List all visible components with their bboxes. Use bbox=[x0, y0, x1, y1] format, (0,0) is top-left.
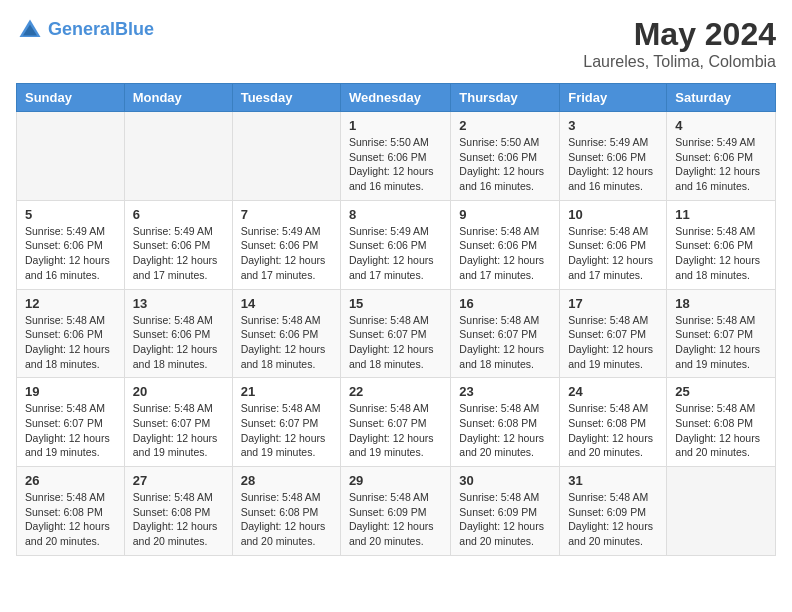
day-info: Sunrise: 5:49 AM Sunset: 6:06 PM Dayligh… bbox=[133, 224, 224, 283]
weekday-header-tuesday: Tuesday bbox=[232, 84, 340, 112]
calendar-cell: 7Sunrise: 5:49 AM Sunset: 6:06 PM Daylig… bbox=[232, 200, 340, 289]
day-number: 22 bbox=[349, 384, 442, 399]
day-number: 11 bbox=[675, 207, 767, 222]
calendar-cell bbox=[17, 112, 125, 201]
day-info: Sunrise: 5:48 AM Sunset: 6:07 PM Dayligh… bbox=[459, 313, 551, 372]
day-info: Sunrise: 5:48 AM Sunset: 6:06 PM Dayligh… bbox=[133, 313, 224, 372]
day-info: Sunrise: 5:48 AM Sunset: 6:06 PM Dayligh… bbox=[675, 224, 767, 283]
subtitle: Laureles, Tolima, Colombia bbox=[583, 53, 776, 71]
weekday-header-friday: Friday bbox=[560, 84, 667, 112]
day-number: 31 bbox=[568, 473, 658, 488]
calendar-cell: 3Sunrise: 5:49 AM Sunset: 6:06 PM Daylig… bbox=[560, 112, 667, 201]
calendar-cell: 19Sunrise: 5:48 AM Sunset: 6:07 PM Dayli… bbox=[17, 378, 125, 467]
calendar-cell: 18Sunrise: 5:48 AM Sunset: 6:07 PM Dayli… bbox=[667, 289, 776, 378]
day-info: Sunrise: 5:48 AM Sunset: 6:08 PM Dayligh… bbox=[459, 401, 551, 460]
weekday-header-monday: Monday bbox=[124, 84, 232, 112]
day-number: 13 bbox=[133, 296, 224, 311]
week-row-3: 12Sunrise: 5:48 AM Sunset: 6:06 PM Dayli… bbox=[17, 289, 776, 378]
day-number: 23 bbox=[459, 384, 551, 399]
day-number: 24 bbox=[568, 384, 658, 399]
day-number: 15 bbox=[349, 296, 442, 311]
calendar-cell: 30Sunrise: 5:48 AM Sunset: 6:09 PM Dayli… bbox=[451, 467, 560, 556]
calendar-cell: 24Sunrise: 5:48 AM Sunset: 6:08 PM Dayli… bbox=[560, 378, 667, 467]
logo-line1: General bbox=[48, 19, 115, 39]
day-number: 3 bbox=[568, 118, 658, 133]
calendar-cell: 2Sunrise: 5:50 AM Sunset: 6:06 PM Daylig… bbox=[451, 112, 560, 201]
calendar-cell: 26Sunrise: 5:48 AM Sunset: 6:08 PM Dayli… bbox=[17, 467, 125, 556]
day-info: Sunrise: 5:48 AM Sunset: 6:06 PM Dayligh… bbox=[459, 224, 551, 283]
day-number: 27 bbox=[133, 473, 224, 488]
day-number: 28 bbox=[241, 473, 332, 488]
day-number: 17 bbox=[568, 296, 658, 311]
calendar-cell: 11Sunrise: 5:48 AM Sunset: 6:06 PM Dayli… bbox=[667, 200, 776, 289]
calendar-cell bbox=[232, 112, 340, 201]
day-info: Sunrise: 5:48 AM Sunset: 6:07 PM Dayligh… bbox=[349, 313, 442, 372]
week-row-5: 26Sunrise: 5:48 AM Sunset: 6:08 PM Dayli… bbox=[17, 467, 776, 556]
day-info: Sunrise: 5:49 AM Sunset: 6:06 PM Dayligh… bbox=[241, 224, 332, 283]
day-info: Sunrise: 5:48 AM Sunset: 6:08 PM Dayligh… bbox=[133, 490, 224, 549]
logo-text: GeneralBlue bbox=[48, 20, 154, 40]
day-number: 9 bbox=[459, 207, 551, 222]
day-number: 14 bbox=[241, 296, 332, 311]
day-info: Sunrise: 5:48 AM Sunset: 6:08 PM Dayligh… bbox=[25, 490, 116, 549]
day-number: 1 bbox=[349, 118, 442, 133]
logo-icon bbox=[16, 16, 44, 44]
calendar-cell: 29Sunrise: 5:48 AM Sunset: 6:09 PM Dayli… bbox=[340, 467, 450, 556]
day-info: Sunrise: 5:48 AM Sunset: 6:08 PM Dayligh… bbox=[675, 401, 767, 460]
calendar-cell: 23Sunrise: 5:48 AM Sunset: 6:08 PM Dayli… bbox=[451, 378, 560, 467]
day-number: 20 bbox=[133, 384, 224, 399]
calendar-cell: 27Sunrise: 5:48 AM Sunset: 6:08 PM Dayli… bbox=[124, 467, 232, 556]
day-info: Sunrise: 5:49 AM Sunset: 6:06 PM Dayligh… bbox=[349, 224, 442, 283]
calendar-cell: 9Sunrise: 5:48 AM Sunset: 6:06 PM Daylig… bbox=[451, 200, 560, 289]
day-number: 6 bbox=[133, 207, 224, 222]
weekday-header-row: SundayMondayTuesdayWednesdayThursdayFrid… bbox=[17, 84, 776, 112]
calendar-cell: 16Sunrise: 5:48 AM Sunset: 6:07 PM Dayli… bbox=[451, 289, 560, 378]
day-number: 25 bbox=[675, 384, 767, 399]
week-row-1: 1Sunrise: 5:50 AM Sunset: 6:06 PM Daylig… bbox=[17, 112, 776, 201]
main-title: May 2024 bbox=[583, 16, 776, 53]
day-number: 12 bbox=[25, 296, 116, 311]
day-info: Sunrise: 5:50 AM Sunset: 6:06 PM Dayligh… bbox=[349, 135, 442, 194]
day-info: Sunrise: 5:48 AM Sunset: 6:07 PM Dayligh… bbox=[25, 401, 116, 460]
page-header: GeneralBlue May 2024 Laureles, Tolima, C… bbox=[16, 16, 776, 71]
calendar-cell bbox=[667, 467, 776, 556]
day-info: Sunrise: 5:48 AM Sunset: 6:07 PM Dayligh… bbox=[133, 401, 224, 460]
calendar-cell: 14Sunrise: 5:48 AM Sunset: 6:06 PM Dayli… bbox=[232, 289, 340, 378]
calendar-cell: 8Sunrise: 5:49 AM Sunset: 6:06 PM Daylig… bbox=[340, 200, 450, 289]
weekday-header-wednesday: Wednesday bbox=[340, 84, 450, 112]
calendar-cell bbox=[124, 112, 232, 201]
day-number: 16 bbox=[459, 296, 551, 311]
day-info: Sunrise: 5:48 AM Sunset: 6:09 PM Dayligh… bbox=[568, 490, 658, 549]
calendar-cell: 28Sunrise: 5:48 AM Sunset: 6:08 PM Dayli… bbox=[232, 467, 340, 556]
day-info: Sunrise: 5:48 AM Sunset: 6:07 PM Dayligh… bbox=[675, 313, 767, 372]
day-number: 19 bbox=[25, 384, 116, 399]
day-info: Sunrise: 5:48 AM Sunset: 6:07 PM Dayligh… bbox=[568, 313, 658, 372]
calendar-cell: 4Sunrise: 5:49 AM Sunset: 6:06 PM Daylig… bbox=[667, 112, 776, 201]
day-info: Sunrise: 5:48 AM Sunset: 6:06 PM Dayligh… bbox=[241, 313, 332, 372]
week-row-4: 19Sunrise: 5:48 AM Sunset: 6:07 PM Dayli… bbox=[17, 378, 776, 467]
week-row-2: 5Sunrise: 5:49 AM Sunset: 6:06 PM Daylig… bbox=[17, 200, 776, 289]
calendar-cell: 17Sunrise: 5:48 AM Sunset: 6:07 PM Dayli… bbox=[560, 289, 667, 378]
calendar-table: SundayMondayTuesdayWednesdayThursdayFrid… bbox=[16, 83, 776, 556]
calendar-cell: 22Sunrise: 5:48 AM Sunset: 6:07 PM Dayli… bbox=[340, 378, 450, 467]
day-number: 21 bbox=[241, 384, 332, 399]
day-info: Sunrise: 5:49 AM Sunset: 6:06 PM Dayligh… bbox=[675, 135, 767, 194]
calendar-cell: 5Sunrise: 5:49 AM Sunset: 6:06 PM Daylig… bbox=[17, 200, 125, 289]
calendar-cell: 1Sunrise: 5:50 AM Sunset: 6:06 PM Daylig… bbox=[340, 112, 450, 201]
day-number: 7 bbox=[241, 207, 332, 222]
day-number: 10 bbox=[568, 207, 658, 222]
day-info: Sunrise: 5:48 AM Sunset: 6:07 PM Dayligh… bbox=[349, 401, 442, 460]
calendar-cell: 12Sunrise: 5:48 AM Sunset: 6:06 PM Dayli… bbox=[17, 289, 125, 378]
day-info: Sunrise: 5:48 AM Sunset: 6:09 PM Dayligh… bbox=[459, 490, 551, 549]
weekday-header-sunday: Sunday bbox=[17, 84, 125, 112]
day-number: 29 bbox=[349, 473, 442, 488]
day-info: Sunrise: 5:48 AM Sunset: 6:06 PM Dayligh… bbox=[25, 313, 116, 372]
day-info: Sunrise: 5:48 AM Sunset: 6:07 PM Dayligh… bbox=[241, 401, 332, 460]
calendar-cell: 6Sunrise: 5:49 AM Sunset: 6:06 PM Daylig… bbox=[124, 200, 232, 289]
day-info: Sunrise: 5:48 AM Sunset: 6:06 PM Dayligh… bbox=[568, 224, 658, 283]
day-info: Sunrise: 5:49 AM Sunset: 6:06 PM Dayligh… bbox=[25, 224, 116, 283]
day-info: Sunrise: 5:49 AM Sunset: 6:06 PM Dayligh… bbox=[568, 135, 658, 194]
calendar-cell: 25Sunrise: 5:48 AM Sunset: 6:08 PM Dayli… bbox=[667, 378, 776, 467]
calendar-cell: 20Sunrise: 5:48 AM Sunset: 6:07 PM Dayli… bbox=[124, 378, 232, 467]
day-number: 4 bbox=[675, 118, 767, 133]
